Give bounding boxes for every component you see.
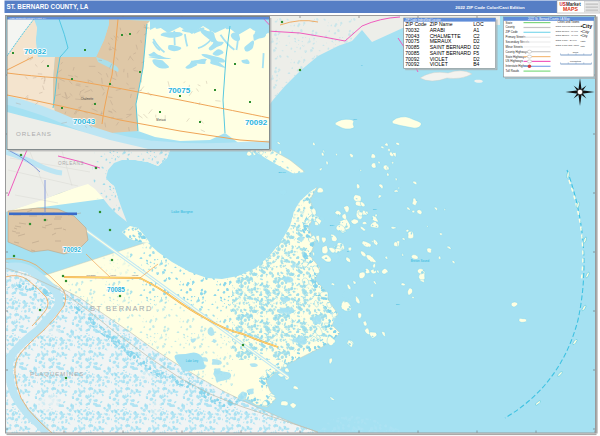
svg-text:VIOLET: VIOLET [430, 56, 448, 62]
svg-text:Poydras: Poydras [87, 274, 97, 277]
svg-text:Bay: Bay [316, 294, 321, 297]
svg-text:Toll Roads: Toll Roads [506, 69, 520, 73]
svg-text:Isle: Isle [353, 118, 358, 121]
svg-text:SAINT BERNARD: SAINT BERNARD [430, 44, 472, 50]
svg-text:ORLEANS: ORLEANS [16, 130, 52, 137]
svg-text:Violet: Violet [110, 274, 116, 277]
svg-text:•City: •City [581, 34, 588, 38]
svg-text:A1: A1 [473, 27, 479, 33]
svg-text:D2: D2 [473, 44, 480, 50]
svg-text:MERAUX: MERAUX [430, 38, 452, 44]
svg-text:D2: D2 [473, 56, 480, 62]
svg-text:Bay: Bay [330, 224, 335, 227]
svg-text:ARABI: ARABI [430, 27, 445, 33]
svg-text:B4: B4 [473, 61, 479, 67]
svg-text:Chalmette: Chalmette [81, 97, 94, 101]
svg-text:C2: C2 [473, 33, 480, 39]
svg-text:Meraux: Meraux [156, 118, 166, 122]
svg-text:Breton Sound: Breton Sound [411, 259, 430, 263]
svg-text:ZIP Name: ZIP Name [430, 21, 453, 27]
svg-text:70092: 70092 [245, 118, 268, 127]
svg-text:70085: 70085 [405, 44, 419, 50]
svg-text:PLAQUEMINES: PLAQUEMINES [30, 371, 84, 377]
svg-text:State Highways: State Highways [506, 55, 527, 59]
svg-text:70043: 70043 [405, 33, 419, 39]
svg-text:D2: D2 [473, 38, 480, 44]
svg-text:Cities and Towns: Cities and Towns [558, 20, 580, 24]
svg-text:VIOLET: VIOLET [430, 61, 448, 67]
svg-text:ST BERNARD: ST BERNARD [90, 304, 153, 313]
svg-text:70043: 70043 [73, 117, 96, 126]
svg-text:•City: •City [581, 29, 591, 34]
svg-text:70092: 70092 [405, 61, 419, 67]
svg-text:Bayou: Bayou [278, 171, 286, 174]
svg-text:B.: B. [299, 328, 302, 330]
svg-text:Lake Lery: Lake Lery [186, 359, 199, 363]
svg-text:Primary Streets: Primary Streets [506, 35, 526, 39]
svg-text:Minor Streets: Minor Streets [506, 45, 524, 49]
svg-text:LOC: LOC [473, 21, 484, 27]
svg-text:ORLEANS: ORLEANS [58, 161, 84, 166]
svg-text:Lake Borgne: Lake Borgne [171, 210, 193, 214]
svg-text:•City: •City [581, 40, 587, 43]
svg-text:•City: •City [581, 23, 593, 29]
svg-text:B.: B. [347, 250, 350, 252]
svg-text:L.: L. [361, 64, 363, 67]
svg-text:ZIP Code: ZIP Code [405, 21, 427, 27]
svg-text:ST. BERNARD COUNTY, LA: ST. BERNARD COUNTY, LA [7, 3, 89, 11]
svg-text:70032: 70032 [405, 27, 419, 33]
svg-text:Verret: Verret [132, 274, 139, 277]
svg-text:2022 ZIP Code Color/Cast Editi: 2022 ZIP Code Color/Cast Edition [455, 5, 525, 10]
svg-text:Kilometers: Kilometers [570, 60, 582, 62]
svg-text:70075: 70075 [168, 86, 191, 95]
svg-text:70075: 70075 [405, 38, 419, 44]
svg-text:Arabi-Chalmette-Meraux-Violet,: Arabi-Chalmette-Meraux-Violet, LA [9, 17, 46, 20]
svg-text:State: State [506, 21, 513, 25]
svg-text:70032: 70032 [24, 47, 47, 56]
svg-text:F5: F5 [473, 50, 479, 56]
svg-text:CHALMETTE: CHALMETTE [430, 33, 461, 39]
svg-text:US Highways: US Highways [506, 59, 524, 63]
svg-text:miles: miles [573, 51, 579, 53]
svg-text:SAINT BERNARD: SAINT BERNARD [430, 50, 472, 56]
svg-text:70085: 70085 [107, 286, 125, 293]
svg-text:ZIP Code: ZIP Code [506, 30, 519, 34]
svg-text:MAPS: MAPS [563, 6, 579, 12]
svg-text:70092: 70092 [405, 56, 419, 62]
svg-text:County: County [506, 25, 516, 29]
svg-text:70092: 70092 [63, 246, 81, 253]
svg-text:70085: 70085 [405, 50, 419, 56]
